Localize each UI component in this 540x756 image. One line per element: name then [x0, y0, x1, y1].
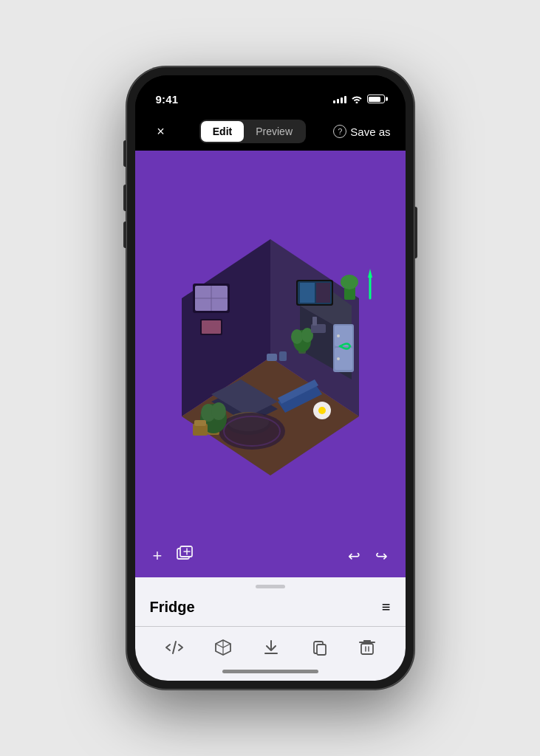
svg-marker-39	[368, 269, 372, 278]
delete-action-button[interactable]	[359, 639, 375, 656]
wifi-icon	[351, 94, 363, 103]
svg-rect-44	[300, 283, 315, 303]
code-action-button[interactable]	[165, 639, 184, 656]
signal-bar-3	[341, 97, 343, 103]
svg-rect-45	[316, 283, 330, 303]
status-bar: 9:41	[135, 75, 406, 112]
close-button[interactable]: ×	[150, 124, 172, 140]
phone-frame: 9:41 ×	[126, 66, 414, 690]
svg-point-27	[219, 413, 285, 450]
canvas-area[interactable]	[135, 151, 406, 535]
cube-icon	[214, 639, 232, 656]
handle-indicator	[256, 585, 285, 588]
home-indicator	[135, 664, 406, 681]
tab-preview[interactable]: Preview	[244, 121, 304, 142]
sheet-header: Fridge ≡	[150, 599, 391, 616]
svg-rect-50	[317, 645, 326, 655]
phone-screen: 9:41 ×	[135, 75, 406, 681]
sheet-actions	[150, 627, 391, 664]
tab-edit[interactable]: Edit	[201, 121, 244, 142]
code-icon	[165, 639, 184, 656]
sheet-menu-button[interactable]: ≡	[382, 599, 391, 616]
room-illustration	[152, 210, 389, 475]
svg-point-19	[291, 329, 303, 344]
add-button[interactable]: +	[153, 546, 163, 566]
object-picker-icon	[177, 546, 197, 562]
signal-icon	[333, 94, 346, 103]
view-tabs: Edit Preview	[199, 120, 306, 143]
svg-point-47	[341, 275, 358, 289]
svg-point-38	[318, 407, 326, 414]
object-picker-button[interactable]	[177, 546, 197, 566]
sheet-handle	[135, 577, 406, 588]
svg-rect-8	[202, 320, 221, 334]
svg-rect-22	[312, 317, 317, 326]
signal-bar-4	[344, 96, 346, 103]
svg-rect-41	[279, 351, 287, 361]
svg-rect-40	[267, 354, 277, 361]
status-time: 9:41	[156, 93, 179, 106]
battery-icon	[367, 94, 385, 103]
save-as-button[interactable]: ? Save as	[333, 125, 390, 138]
undo-button[interactable]: ↩	[348, 547, 360, 565]
action-right-group: ↩ ↪	[348, 547, 388, 565]
copy-icon	[311, 639, 329, 656]
download-action-button[interactable]	[262, 639, 280, 656]
3d-action-button[interactable]	[214, 639, 232, 656]
svg-rect-34	[194, 420, 206, 426]
bottom-sheet: Fridge ≡	[135, 588, 406, 664]
status-icons	[333, 94, 385, 103]
signal-bar-2	[337, 99, 339, 103]
battery-fill	[369, 97, 380, 102]
redo-button[interactable]: ↪	[375, 547, 388, 565]
sheet-title: Fridge	[150, 599, 195, 616]
copy-action-button[interactable]	[311, 639, 329, 656]
svg-point-32	[211, 402, 226, 420]
action-bar: + ↩ ↪	[135, 535, 406, 577]
toolbar: × Edit Preview ? Save as	[135, 112, 406, 151]
download-icon	[262, 639, 280, 656]
notch	[226, 75, 315, 100]
trash-icon	[359, 639, 375, 656]
home-bar	[222, 670, 318, 673]
help-icon: ?	[333, 125, 346, 138]
save-as-label: Save as	[350, 126, 390, 138]
svg-point-15	[337, 357, 340, 360]
signal-bar-1	[333, 100, 335, 103]
action-left-group: +	[153, 546, 198, 566]
svg-point-14	[337, 334, 340, 337]
svg-rect-51	[361, 644, 373, 654]
